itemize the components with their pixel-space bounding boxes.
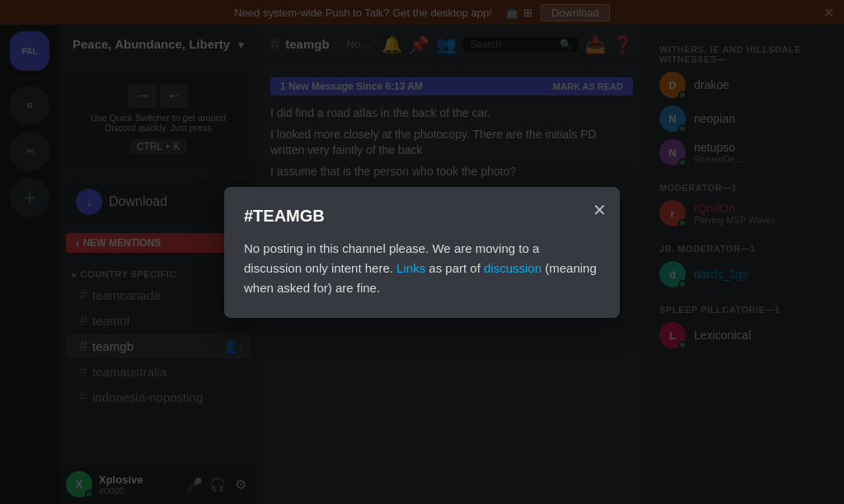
modal-highlight-discussion: discussion xyxy=(484,261,542,275)
modal-body: No posting in this channel please. We ar… xyxy=(244,239,600,298)
modal-title: #TEAMGB xyxy=(244,207,600,226)
modal-overlay[interactable]: #TEAMGB ✕ No posting in this channel ple… xyxy=(0,0,844,504)
modal-close-button[interactable]: ✕ xyxy=(593,200,607,220)
modal-highlight-links: Links xyxy=(396,261,425,275)
modal-dialog: #TEAMGB ✕ No posting in this channel ple… xyxy=(224,187,620,318)
